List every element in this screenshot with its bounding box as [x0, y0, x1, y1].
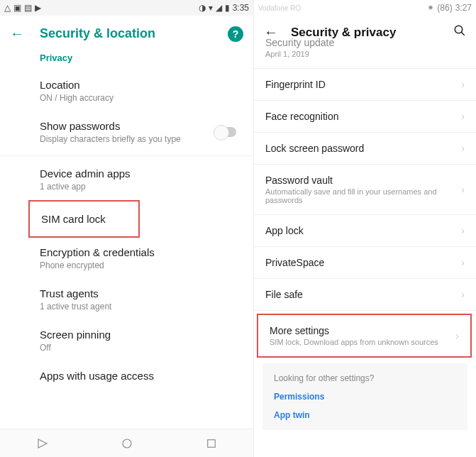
item-security-update[interactable]: Security update April 1, 2019 — [254, 34, 476, 69]
item-title: Apps with usage access — [40, 370, 253, 382]
item-sub: ON / High accuracy — [40, 93, 253, 103]
item-usage-access[interactable]: Apps with usage access — [0, 361, 253, 390]
chevron-right-icon: › — [461, 111, 465, 122]
doc-icon: ▤ — [24, 3, 32, 13]
item-title: More settings — [270, 325, 455, 336]
item-title: PrivateSpace — [265, 257, 461, 268]
drive-icon: △ — [4, 3, 11, 13]
link-permissions[interactable]: Permissions — [274, 392, 456, 402]
item-sim-card-lock[interactable]: SIM card lock — [28, 200, 140, 238]
item-title: Location — [40, 79, 253, 91]
nav-home-icon[interactable] — [121, 437, 133, 450]
divider — [0, 155, 253, 156]
clock-text: 3:27 — [455, 3, 472, 13]
status-bar: △ ▣ ▤ ▶ ◑ ▾ ◢ ▮ 3:35 — [0, 0, 253, 16]
item-title: Trust agents — [40, 287, 253, 299]
nfc-icon: ◑ — [199, 3, 206, 13]
item-lockscreen[interactable]: Lock screen password › — [254, 133, 476, 165]
phone-stock-android: △ ▣ ▤ ▶ ◑ ▾ ◢ ▮ 3:35 ← Security & locati… — [0, 0, 254, 457]
item-show-passwords[interactable]: Show passwords Display characters briefl… — [0, 111, 253, 153]
carrier-text: Vodafone RO — [258, 4, 301, 12]
item-password-vault[interactable]: Password vault Automatically save and fi… — [254, 165, 476, 215]
nav-recent-icon[interactable] — [205, 437, 218, 450]
settings-list: Privacy Location ON / High accuracy Show… — [0, 41, 253, 429]
nav-back-icon[interactable] — [36, 437, 49, 450]
section-privacy: Privacy — [0, 41, 253, 70]
item-title: File safe — [265, 289, 461, 300]
chevron-right-icon: › — [461, 143, 465, 154]
item-face[interactable]: Face recognition › — [254, 101, 476, 133]
item-title: Password vault — [265, 175, 461, 186]
item-sub: Phone encrypted — [40, 260, 253, 270]
item-title: Security update — [265, 37, 465, 48]
settings-list: Security update April 1, 2019 Fingerprin… — [254, 34, 476, 457]
footer-prompt: Looking for other settings? — [274, 373, 456, 383]
nav-bar — [0, 429, 253, 457]
item-screen-pinning[interactable]: Screen pinning Off — [0, 320, 253, 361]
item-title: Face recognition — [265, 111, 461, 122]
chevron-right-icon: › — [461, 289, 465, 300]
back-arrow-icon[interactable]: ← — [10, 26, 24, 42]
chevron-right-icon: › — [455, 330, 459, 341]
chevron-right-icon: › — [461, 225, 465, 236]
item-sub: SIM lock, Download apps from unknown sou… — [270, 338, 455, 346]
item-title: SIM card lock — [41, 213, 138, 225]
svg-point-0 — [123, 439, 131, 448]
item-more-settings[interactable]: More settings SIM lock, Download apps fr… — [258, 315, 470, 356]
item-file-safe[interactable]: File safe › — [254, 279, 476, 311]
chevron-right-icon: › — [461, 257, 465, 268]
item-location[interactable]: Location ON / High accuracy — [0, 70, 253, 111]
status-bar: Vodafone RO ⁕ (86) 3:27 — [254, 0, 476, 16]
item-privatespace[interactable]: PrivateSpace › — [254, 247, 476, 279]
item-sub: 1 active trust agent — [40, 302, 253, 312]
battery-icon: ▮ — [225, 3, 230, 13]
item-title: Lock screen password — [265, 143, 461, 154]
clock-text: 3:35 — [233, 3, 249, 13]
link-app-twin[interactable]: App twin — [274, 410, 456, 420]
chevron-right-icon: › — [461, 184, 465, 195]
wifi-icon: ▾ — [209, 3, 213, 13]
help-icon[interactable]: ? — [228, 26, 243, 42]
item-title: Fingerprint ID — [265, 79, 461, 90]
image-icon: ▣ — [13, 3, 21, 13]
bluetooth-icon: ⁕ — [427, 3, 434, 13]
footer-card: Looking for other settings? Permissions … — [262, 363, 467, 430]
item-title: Device admin apps — [40, 167, 253, 180]
item-trust-agents[interactable]: Trust agents 1 active trust agent — [0, 279, 253, 320]
item-title: Encryption & credentials — [40, 246, 253, 258]
page-title: Security & location — [40, 26, 228, 41]
item-encryption[interactable]: Encryption & credentials Phone encrypted — [0, 238, 253, 279]
svg-rect-1 — [207, 439, 215, 447]
item-fingerprint[interactable]: Fingerprint ID › — [254, 69, 476, 101]
item-sub: Display characters briefly as you type — [40, 134, 181, 144]
chevron-right-icon: › — [461, 79, 465, 90]
play-icon: ▶ — [35, 3, 41, 13]
item-sub: April 1, 2019 — [265, 50, 465, 58]
highlight-more-settings: More settings SIM lock, Download apps fr… — [257, 314, 472, 358]
item-title: App lock — [265, 225, 461, 236]
item-sub: 1 active app — [40, 182, 253, 192]
item-title: Show passwords — [40, 120, 181, 132]
toggle-switch[interactable] — [214, 127, 236, 137]
phone-emui: Vodafone RO ⁕ (86) 3:27 ← Security & pri… — [254, 0, 476, 457]
battery-text: (86) — [437, 3, 452, 13]
item-app-lock[interactable]: App lock › — [254, 215, 476, 247]
item-sub: Automatically save and fill in your user… — [265, 187, 461, 204]
svg-point-2 — [455, 26, 463, 33]
item-device-admin[interactable]: Device admin apps 1 active app — [0, 159, 253, 200]
signal-icon: ◢ — [216, 3, 222, 13]
item-title: Screen pinning — [40, 329, 253, 341]
item-sub: Off — [40, 343, 253, 353]
